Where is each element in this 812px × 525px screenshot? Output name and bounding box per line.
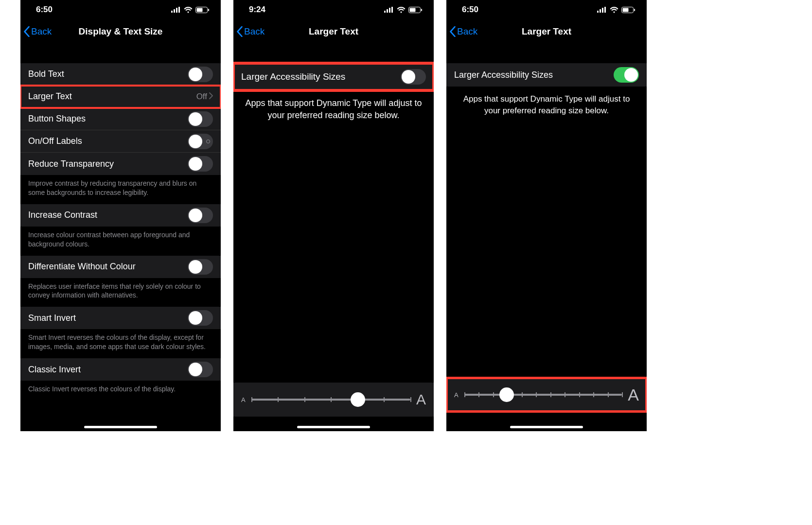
row-larger-accessibility-sizes-inner[interactable]: Larger Accessibility Sizes <box>446 63 647 87</box>
toggle-larger-accessibility-sizes[interactable] <box>614 67 639 83</box>
cellular-icon <box>171 7 181 13</box>
row-button-shapes[interactable]: Button Shapes <box>20 108 221 130</box>
footer-increase-contrast: Increase colour contrast between app for… <box>20 227 221 256</box>
row-label: Increase Contrast <box>28 210 188 220</box>
slider-min-icon: A <box>241 396 246 403</box>
status-time: 6:50 <box>462 5 478 15</box>
toggle-larger-accessibility-sizes[interactable] <box>401 69 426 85</box>
slider-max-icon: A <box>628 385 639 404</box>
text-size-slider[interactable] <box>464 394 622 396</box>
wifi-icon <box>610 7 618 13</box>
row-increase-contrast[interactable]: Increase Contrast <box>20 204 221 227</box>
row-label: Larger Accessibility Sizes <box>454 70 614 80</box>
battery-icon <box>195 7 209 13</box>
row-reduce-transparency[interactable]: Reduce Transparency <box>20 153 221 175</box>
svg-rect-10 <box>391 7 393 13</box>
row-larger-accessibility-sizes: Larger Accessibility Sizes <box>233 63 434 90</box>
text-size-slider-area: A A <box>446 378 647 412</box>
row-smart-invert[interactable]: Smart Invert <box>20 307 221 329</box>
page-title: Display & Text Size <box>20 26 221 37</box>
home-indicator[interactable] <box>510 426 583 428</box>
footer-classic-invert: Classic Invert reverses the colours of t… <box>20 381 221 401</box>
status-icons <box>384 7 422 13</box>
toggle-onoff-labels[interactable] <box>188 134 213 149</box>
row-label: Button Shapes <box>28 114 188 124</box>
text-size-slider-area: A A <box>233 383 434 417</box>
toggle-button-shapes[interactable] <box>188 111 213 127</box>
row-label: Smart Invert <box>28 313 188 323</box>
cellular-icon <box>384 7 394 13</box>
row-label: Differentiate Without Colour <box>28 262 188 272</box>
toggle-classic-invert[interactable] <box>188 362 213 377</box>
toggle-smart-invert[interactable] <box>188 310 213 326</box>
battery-icon <box>408 7 422 13</box>
svg-rect-3 <box>178 7 180 13</box>
home-indicator[interactable] <box>297 426 370 428</box>
status-bar: 6:50 <box>446 0 647 19</box>
row-larger-text[interactable]: Larger Text Off <box>20 86 221 108</box>
status-icons <box>171 7 209 13</box>
dynamic-type-description: Apps that support Dynamic Type will adju… <box>233 90 434 128</box>
row-bold-text[interactable]: Bold Text <box>20 63 221 86</box>
slider-min-icon: A <box>454 391 459 399</box>
row-onoff-labels[interactable]: On/Off Labels <box>20 130 221 153</box>
row-label: On/Off Labels <box>28 136 188 146</box>
svg-rect-5 <box>197 8 203 12</box>
page-title: Larger Text <box>446 26 647 37</box>
wifi-icon <box>184 7 193 13</box>
toggle-reduce-transparency[interactable] <box>188 156 213 172</box>
row-larger-accessibility-sizes: Larger Accessibility Sizes <box>446 63 647 87</box>
svg-rect-20 <box>634 9 635 11</box>
screen-display-text-size: 6:50 Back Display & Text Size Bold Text <box>20 0 221 431</box>
svg-rect-12 <box>410 8 416 12</box>
row-differentiate-without-colour[interactable]: Differentiate Without Colour <box>20 256 221 278</box>
svg-rect-13 <box>421 9 422 11</box>
row-label: Larger Accessibility Sizes <box>241 71 401 82</box>
footer-smart-invert: Smart Invert reverses the colours of the… <box>20 329 221 358</box>
toggle-bold-text[interactable] <box>188 67 213 82</box>
text-size-slider[interactable] <box>251 399 410 401</box>
row-label: Larger Text <box>28 91 196 102</box>
svg-rect-2 <box>176 8 177 13</box>
cellular-icon <box>597 7 607 13</box>
slider-max-icon: A <box>416 391 426 408</box>
wifi-icon <box>397 7 406 13</box>
status-bar: 9:24 <box>233 0 434 19</box>
home-indicator[interactable] <box>84 426 157 428</box>
page-title: Larger Text <box>233 26 434 37</box>
settings-list: Bold Text Larger Text Off Button Shapes … <box>20 63 221 401</box>
chevron-right-icon <box>209 91 213 102</box>
row-label: Bold Text <box>28 69 188 79</box>
screen-larger-text-off: 9:24 Back Larger Text Larger Accessibili… <box>233 0 434 431</box>
svg-rect-15 <box>600 9 601 13</box>
row-value: Off <box>196 92 207 102</box>
svg-rect-19 <box>623 8 629 12</box>
nav-bar: Back Larger Text <box>446 19 647 44</box>
status-time: 9:24 <box>249 5 265 15</box>
svg-rect-8 <box>387 9 388 13</box>
row-larger-accessibility-sizes-inner[interactable]: Larger Accessibility Sizes <box>233 63 434 90</box>
row-label: Classic Invert <box>28 365 188 375</box>
svg-rect-6 <box>208 9 209 11</box>
svg-rect-9 <box>389 8 390 13</box>
status-time: 6:50 <box>36 5 53 15</box>
svg-rect-17 <box>604 7 606 13</box>
dynamic-type-description: Apps that support Dynamic Type will adju… <box>446 87 647 123</box>
row-classic-invert[interactable]: Classic Invert <box>20 358 221 381</box>
row-label: Reduce Transparency <box>28 159 188 169</box>
nav-bar: Back Larger Text <box>233 19 434 44</box>
nav-bar: Back Display & Text Size <box>20 19 221 44</box>
status-bar: 6:50 <box>20 0 221 19</box>
svg-rect-7 <box>384 11 386 13</box>
footer-differentiate-without-colour: Replaces user interface items that rely … <box>20 278 221 307</box>
screen-larger-text-on: 6:50 Back Larger Text Larger Accessibili… <box>446 0 647 431</box>
footer-reduce-transparency: Improve contrast by reducing transparenc… <box>20 175 221 204</box>
svg-rect-16 <box>602 8 603 13</box>
toggle-differentiate-without-colour[interactable] <box>188 259 213 275</box>
svg-rect-14 <box>597 11 599 13</box>
battery-icon <box>621 7 635 13</box>
svg-rect-1 <box>174 9 175 13</box>
svg-rect-0 <box>171 11 173 13</box>
toggle-increase-contrast[interactable] <box>188 208 213 223</box>
status-icons <box>597 7 635 13</box>
